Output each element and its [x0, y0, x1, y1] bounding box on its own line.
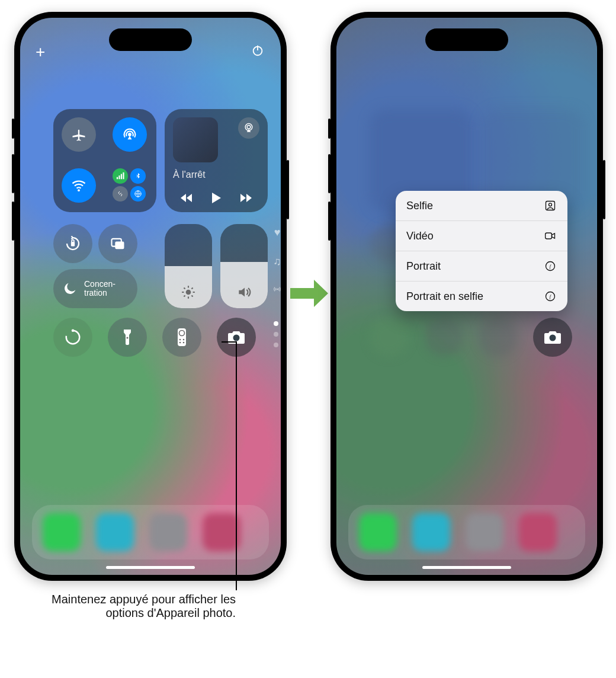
svg-rect-34	[546, 202, 555, 210]
slider-category-icons: ♥ ♫	[272, 226, 281, 294]
svg-line-19	[184, 287, 185, 289]
media-controls-group[interactable]: À l'arrêt	[165, 109, 268, 212]
timer-button[interactable]	[53, 318, 92, 357]
home-indicator[interactable]	[422, 566, 511, 569]
dynamic-island	[425, 28, 508, 51]
globe-icon	[130, 186, 146, 202]
video-icon	[544, 229, 557, 242]
signal-icon	[113, 168, 128, 184]
svg-point-24	[66, 331, 80, 344]
callout-caption: Maintenez appuyé pour afficher les optio…	[46, 593, 236, 620]
svg-rect-13	[115, 242, 124, 250]
svg-point-25	[72, 330, 75, 332]
phone-right: Selfie Vidéo Portrait f	[331, 12, 603, 581]
media-status-label: À l'arrêt	[173, 170, 206, 180]
flashlight-icon	[122, 328, 133, 346]
svg-point-41	[550, 335, 556, 341]
wifi-icon	[70, 177, 87, 194]
svg-point-32	[183, 342, 185, 344]
focus-label: Concen- tration	[84, 280, 116, 297]
bluetooth-icon	[130, 168, 146, 184]
svg-point-10	[247, 125, 251, 129]
speaker-icon	[236, 284, 252, 300]
svg-line-22	[191, 287, 192, 289]
screen-left: +	[20, 18, 281, 575]
svg-rect-6	[121, 174, 122, 180]
heart-icon: ♥	[274, 226, 281, 239]
rotation-lock-button[interactable]	[53, 224, 92, 263]
menu-item-video[interactable]: Vidéo	[396, 220, 567, 251]
svg-point-14	[186, 290, 191, 295]
menu-item-portrait-selfie[interactable]: Portrait en selfie f	[396, 281, 567, 311]
menu-item-portrait[interactable]: Portrait f	[396, 251, 567, 281]
control-center-page-dots[interactable]	[274, 321, 278, 347]
connectivity-more[interactable]	[111, 167, 148, 204]
svg-point-29	[179, 339, 181, 341]
screen-right: Selfie Vidéo Portrait f	[336, 18, 597, 575]
aperture-icon: f	[544, 290, 557, 303]
phone-left: +	[14, 12, 287, 581]
home-indicator[interactable]	[106, 566, 195, 569]
rewind-icon	[180, 192, 194, 204]
forward-icon	[238, 192, 252, 204]
camera-icon	[543, 330, 562, 345]
play-button[interactable]	[211, 192, 222, 204]
airplane-mode-toggle[interactable]	[62, 117, 96, 152]
menu-item-selfie[interactable]: Selfie	[396, 191, 567, 220]
screen-mirror-icon	[110, 235, 126, 252]
link-icon	[113, 186, 128, 202]
airplay-icon	[243, 122, 255, 134]
camera-button-pressed[interactable]	[533, 318, 572, 357]
wifi-toggle[interactable]	[62, 168, 96, 203]
airplay-button[interactable]	[238, 117, 259, 139]
airplane-icon	[70, 126, 87, 143]
svg-rect-7	[123, 172, 124, 179]
dock-blurred	[348, 505, 585, 559]
forward-button[interactable]	[238, 192, 252, 204]
menu-item-label: Vidéo	[406, 230, 434, 242]
transition-arrow	[289, 277, 329, 309]
svg-point-30	[183, 339, 185, 341]
volume-slider[interactable]	[220, 224, 268, 308]
aperture-icon: f	[544, 260, 557, 273]
focus-button[interactable]: Concen- tration	[53, 269, 137, 308]
rotation-lock-icon	[64, 235, 82, 252]
svg-point-26	[126, 337, 128, 338]
brightness-slider[interactable]	[165, 224, 212, 308]
connectivity-group[interactable]	[53, 109, 156, 212]
screen-mirroring-button[interactable]	[98, 224, 137, 263]
power-button[interactable]	[251, 44, 264, 57]
music-note-icon: ♫	[273, 255, 281, 268]
person-square-icon	[544, 199, 557, 212]
airdrop-toggle[interactable]	[113, 117, 147, 152]
menu-item-label: Portrait en selfie	[406, 290, 483, 303]
svg-point-3	[78, 189, 80, 191]
dock-blurred	[32, 505, 269, 559]
antenna-icon	[272, 284, 281, 294]
add-control-button[interactable]: +	[36, 44, 45, 60]
apple-tv-remote-button[interactable]	[162, 318, 201, 357]
svg-text:f: f	[550, 264, 552, 269]
svg-point-33	[233, 335, 240, 341]
svg-point-35	[549, 203, 552, 206]
callout-leader-line	[236, 341, 237, 590]
svg-point-31	[179, 342, 181, 344]
svg-line-21	[184, 295, 185, 296]
svg-point-23	[277, 289, 278, 290]
dynamic-island	[109, 28, 192, 51]
flashlight-button[interactable]	[108, 318, 147, 357]
airdrop-icon	[121, 126, 138, 143]
camera-quick-actions-menu: Selfie Vidéo Portrait f	[396, 191, 567, 311]
menu-item-label: Portrait	[406, 260, 441, 273]
svg-rect-11	[71, 242, 75, 247]
rewind-button[interactable]	[180, 192, 194, 204]
now-playing-artwork	[173, 117, 218, 162]
timer-icon	[64, 328, 82, 346]
svg-text:f: f	[550, 294, 552, 299]
play-icon	[211, 192, 222, 204]
svg-rect-4	[117, 177, 118, 180]
apple-tv-remote-icon	[177, 328, 187, 347]
svg-line-20	[191, 295, 192, 296]
svg-rect-5	[118, 175, 120, 179]
sun-icon	[181, 284, 196, 300]
